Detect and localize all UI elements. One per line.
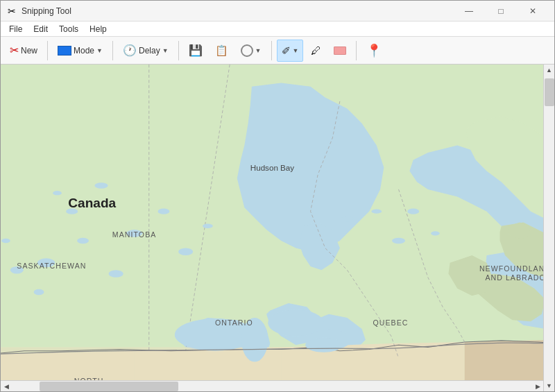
svg-point-51 — [371, 209, 382, 213]
eraser-dropdown-button[interactable]: ▼ — [236, 40, 266, 62]
pin-icon: 📍 — [366, 43, 382, 58]
menu-help[interactable]: Help — [84, 23, 112, 35]
svg-point-50 — [392, 238, 405, 244]
pen-tool-button[interactable]: ✏ ▼ — [277, 40, 304, 62]
highlighter-button[interactable]: 🖊 — [306, 40, 326, 62]
svg-text:Canada: Canada — [68, 196, 116, 210]
horizontal-scrollbar[interactable]: ◀ ▶ — [1, 380, 543, 391]
scroll-left-button[interactable]: ◀ — [1, 381, 12, 392]
copy-button[interactable]: 📋 — [210, 40, 233, 62]
svg-text:SASKATCHEWAN: SASKATCHEWAN — [17, 262, 86, 270]
eraser-button[interactable] — [329, 40, 351, 62]
separator-2 — [112, 41, 113, 60]
app-icon: ✂ — [6, 6, 17, 17]
save-icon: 💾 — [189, 44, 203, 57]
svg-point-52 — [341, 216, 353, 221]
mode-icon — [58, 46, 71, 56]
menu-edit[interactable]: Edit — [28, 23, 53, 35]
snipping-tool-window: ✂ Snipping Tool — □ ✕ File Edit Tools He… — [0, 0, 555, 392]
svg-text:NORTH: NORTH — [74, 377, 104, 380]
scissors-icon: ✂ — [8, 6, 16, 17]
svg-point-37 — [109, 270, 123, 278]
separator-1 — [47, 41, 48, 60]
window-controls: — □ ✕ — [453, 1, 549, 22]
content-area: Hudson Bay Canada MANITOBA SASKATCHEWAN … — [1, 65, 554, 391]
menu-tools[interactable]: Tools — [53, 23, 84, 35]
svg-text:AND LABRADO: AND LABRADO — [485, 273, 543, 282]
pen-dropdown-arrow: ▼ — [293, 47, 299, 54]
mode-dropdown-arrow: ▼ — [96, 47, 103, 54]
close-button[interactable]: ✕ — [517, 1, 549, 22]
svg-point-47 — [203, 224, 213, 228]
eraser-circle-icon — [241, 44, 253, 57]
scroll-down-button[interactable]: ▼ — [544, 380, 555, 391]
pen-icon: ✏ — [278, 42, 294, 58]
svg-point-48 — [407, 208, 419, 214]
delay-label: Delay — [139, 46, 160, 56]
svg-text:ONTARIO: ONTARIO — [215, 318, 253, 327]
title-bar: ✂ Snipping Tool — □ ✕ — [1, 1, 554, 22]
scroll-right-button[interactable]: ▶ — [532, 381, 543, 392]
svg-point-38 — [34, 289, 44, 295]
window-title: Snipping Tool — [22, 6, 453, 16]
svg-point-45 — [157, 208, 169, 214]
separator-3 — [178, 41, 179, 60]
new-button[interactable]: ✂ New — [5, 40, 42, 62]
minimize-button[interactable]: — — [453, 1, 485, 22]
vertical-scrollbar[interactable]: ▲ ▼ — [543, 65, 554, 391]
mode-button[interactable]: Mode ▼ — [53, 40, 108, 62]
svg-point-42 — [53, 191, 62, 195]
svg-point-34 — [305, 338, 342, 352]
svg-marker-18 — [1, 351, 135, 380]
delay-dropdown-arrow: ▼ — [162, 47, 169, 54]
svg-point-36 — [77, 238, 89, 244]
clock-icon: 🕐 — [123, 44, 137, 57]
svg-point-40 — [1, 239, 10, 243]
eraser-dropdown-arrow: ▼ — [255, 47, 262, 54]
toolbar: ✂ New Mode ▼ 🕐 Delay ▼ 💾 📋 ▼ — [1, 37, 554, 65]
menu-file[interactable]: File — [3, 23, 28, 35]
map-svg: Hudson Bay Canada MANITOBA SASKATCHEWAN … — [1, 65, 543, 380]
map-container: Hudson Bay Canada MANITOBA SASKATCHEWAN … — [1, 65, 543, 391]
scroll-up-button[interactable]: ▲ — [544, 65, 555, 76]
mode-label: Mode — [74, 46, 94, 56]
maximize-button[interactable]: □ — [485, 1, 517, 22]
delay-button[interactable]: 🕐 Delay ▼ — [118, 40, 173, 62]
new-label: New — [21, 46, 37, 56]
svg-text:MANITOBA: MANITOBA — [112, 230, 157, 239]
highlighter-icon: 🖊 — [311, 44, 321, 56]
svg-point-49 — [431, 231, 440, 235]
menu-bar: File Edit Tools Help — [1, 22, 554, 37]
scissors-icon: ✂ — [10, 44, 19, 57]
map-area[interactable]: Hudson Bay Canada MANITOBA SASKATCHEWAN … — [1, 65, 543, 380]
svg-marker-22 — [465, 340, 543, 380]
save-button[interactable]: 💾 — [184, 40, 207, 62]
svg-text:NEWFOUNDLAND: NEWFOUNDLAND — [479, 264, 543, 273]
scroll-y-thumb[interactable] — [545, 78, 554, 106]
eraser-icon — [334, 46, 346, 55]
scroll-y-track — [544, 76, 555, 380]
svg-point-43 — [94, 182, 108, 188]
svg-point-46 — [178, 248, 193, 256]
separator-5 — [356, 41, 357, 60]
svg-text:QUEBEC: QUEBEC — [373, 318, 408, 327]
separator-4 — [271, 41, 272, 60]
copy-icon: 📋 — [215, 44, 228, 57]
scroll-x-track — [12, 381, 532, 392]
scroll-x-thumb[interactable] — [40, 382, 178, 391]
pin-button[interactable]: 📍 — [361, 40, 386, 62]
svg-text:Hudson Bay: Hudson Bay — [250, 163, 295, 172]
